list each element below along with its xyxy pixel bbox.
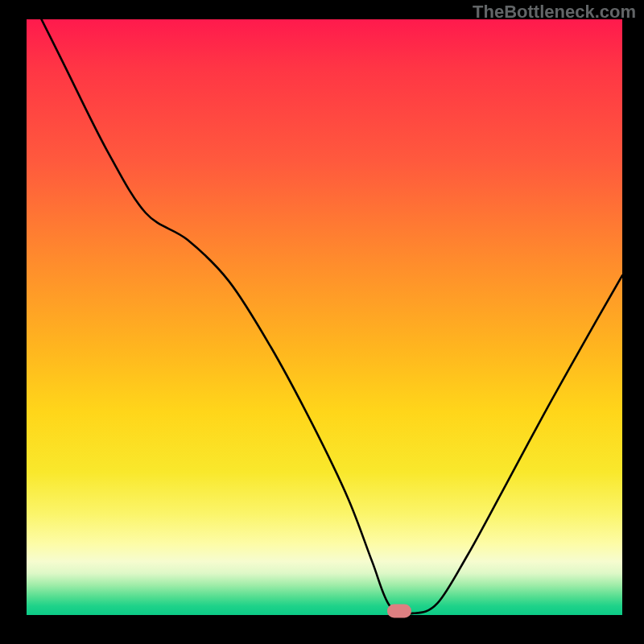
optimum-marker	[387, 604, 411, 617]
bottleneck-curve	[27, 19, 622, 615]
chart-frame: TheBottleneck.com	[0, 0, 644, 644]
plot-area	[27, 19, 622, 615]
watermark-text: TheBottleneck.com	[473, 2, 636, 23]
curve-path	[27, 19, 622, 613]
